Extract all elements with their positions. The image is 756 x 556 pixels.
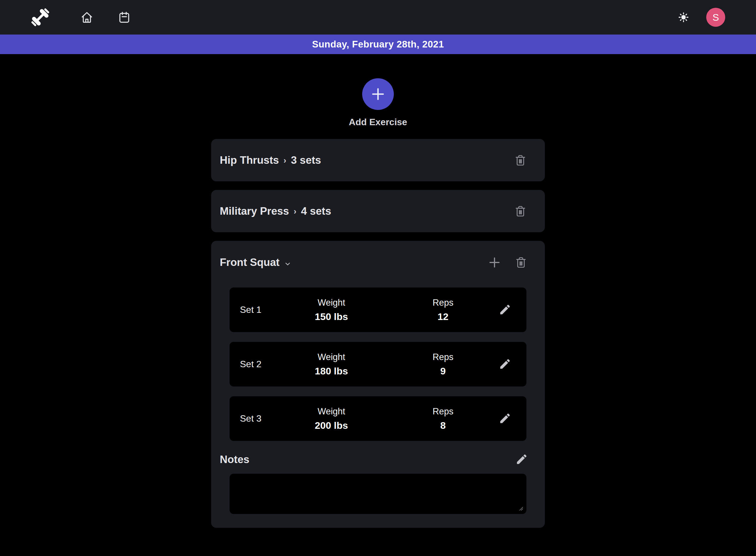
notes-area-wrap <box>229 474 527 514</box>
reps-column: Reps 9 <box>387 352 499 377</box>
delete-exercise-button[interactable] <box>514 205 527 218</box>
reps-label: Reps <box>433 298 454 308</box>
trash-icon <box>514 154 527 167</box>
reps-column: Reps 8 <box>387 406 499 431</box>
weight-value: 200 lbs <box>315 420 348 431</box>
workout-app-page: S Sunday, February 28th, 2021 Add Exerci… <box>0 0 756 556</box>
main-content: Add Exercise Hip Thrusts › 3 sets Milita… <box>211 78 545 528</box>
weight-value: 180 lbs <box>315 366 348 377</box>
chevron-down-icon <box>284 260 292 268</box>
exercise-card-hip-thrusts[interactable]: Hip Thrusts › 3 sets <box>211 139 545 181</box>
sets-list: Set 1 Weight 150 lbs Reps 12 Set 2 <box>211 287 545 441</box>
edit-notes-button[interactable] <box>515 454 527 465</box>
date-text: Sunday, February 28th, 2021 <box>312 39 444 50</box>
add-exercise-label: Add Exercise <box>349 117 407 128</box>
plus-icon <box>370 86 386 102</box>
date-banner: Sunday, February 28th, 2021 <box>0 35 756 54</box>
delete-exercise-button[interactable] <box>515 256 527 269</box>
set-label: Set 1 <box>240 305 276 315</box>
set-row: Set 1 Weight 150 lbs Reps 12 <box>229 287 527 332</box>
exercise-sets-summary: 4 sets <box>301 205 331 217</box>
home-icon <box>80 11 94 24</box>
calendar-button[interactable] <box>118 11 131 24</box>
set-row: Set 2 Weight 180 lbs Reps 9 <box>229 342 527 386</box>
top-navbar: S <box>0 0 756 35</box>
exercise-name: Hip Thrusts <box>220 154 279 166</box>
exercise-actions <box>487 255 527 270</box>
exercise-card-header: Front Squat <box>211 241 545 284</box>
delete-exercise-button[interactable] <box>514 154 527 167</box>
exercise-name: Military Press <box>220 205 289 217</box>
pencil-icon <box>499 358 510 370</box>
reps-value: 12 <box>437 311 448 322</box>
avatar[interactable]: S <box>706 8 725 27</box>
edit-set-button[interactable] <box>499 304 510 316</box>
sun-icon <box>678 11 689 23</box>
weight-label: Weight <box>318 406 345 417</box>
theme-toggle-button[interactable] <box>678 11 689 23</box>
weight-label: Weight <box>318 298 345 308</box>
chevron-right-separator: › <box>294 206 297 216</box>
exercise-card-front-squat: Front Squat Set 1 Weight <box>211 241 545 528</box>
plus-icon <box>487 255 502 270</box>
set-row: Set 3 Weight 200 lbs Reps 8 <box>229 396 527 441</box>
weight-column: Weight 180 lbs <box>276 352 387 377</box>
add-exercise-button[interactable] <box>362 78 394 110</box>
add-set-button[interactable] <box>487 255 502 270</box>
dumbbell-logo-icon <box>30 7 51 28</box>
set-label: Set 3 <box>240 413 276 424</box>
weight-column: Weight 200 lbs <box>276 406 387 431</box>
home-button[interactable] <box>80 11 94 24</box>
reps-value: 9 <box>440 366 446 377</box>
pencil-icon <box>515 454 527 465</box>
notes-title: Notes <box>220 454 249 466</box>
edit-set-button[interactable] <box>499 358 510 370</box>
exercise-title: Hip Thrusts › 3 sets <box>220 154 321 166</box>
weight-value: 150 lbs <box>315 311 348 322</box>
pencil-icon <box>499 304 510 316</box>
chevron-right-separator: › <box>284 155 287 165</box>
weight-label: Weight <box>318 352 345 362</box>
exercise-name: Front Squat <box>220 256 280 269</box>
reps-label: Reps <box>433 406 454 417</box>
calendar-icon <box>118 11 131 24</box>
exercise-sets-summary: 3 sets <box>291 154 321 166</box>
edit-set-button[interactable] <box>499 413 510 424</box>
reps-label: Reps <box>433 352 454 362</box>
weight-column: Weight 150 lbs <box>276 298 387 322</box>
reps-value: 8 <box>440 420 446 431</box>
trash-icon <box>515 256 527 269</box>
exercise-title: Military Press › 4 sets <box>220 205 331 217</box>
exercise-card-military-press[interactable]: Military Press › 4 sets <box>211 190 545 232</box>
reps-column: Reps 12 <box>387 298 499 322</box>
trash-icon <box>514 205 527 218</box>
pencil-icon <box>499 413 510 424</box>
notes-textarea[interactable] <box>229 474 527 514</box>
avatar-letter: S <box>713 12 719 23</box>
collapse-exercise-button[interactable]: Front Squat <box>220 256 292 269</box>
set-label: Set 2 <box>240 359 276 370</box>
add-exercise-section: Add Exercise <box>211 78 545 128</box>
navbar-right: S <box>678 8 725 27</box>
notes-header: Notes <box>211 454 545 466</box>
